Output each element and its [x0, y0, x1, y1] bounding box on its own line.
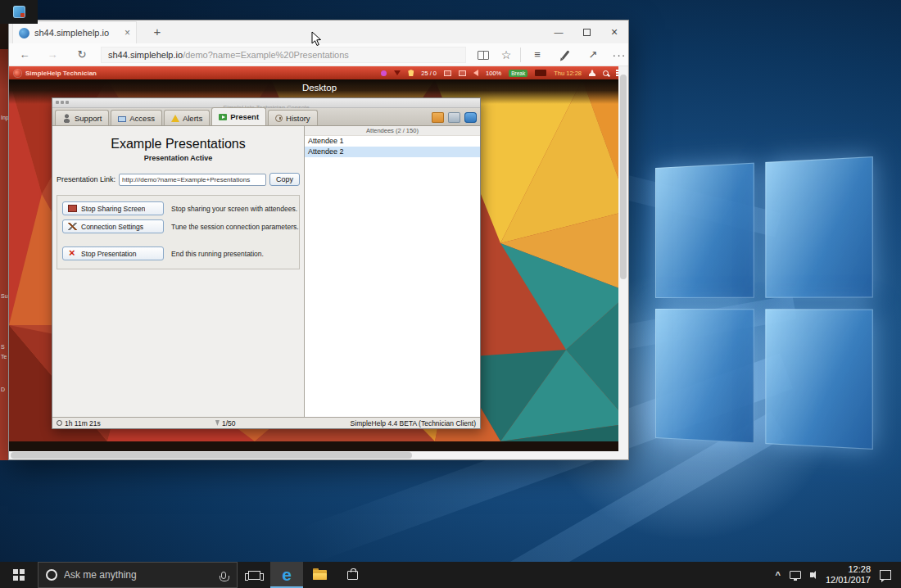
minimize-button[interactable]: — [545, 20, 573, 43]
attendee-row[interactable]: Attendee 2 [305, 147, 480, 157]
action-row: Stop Sharing Screen Stop sharing your sc… [62, 201, 294, 215]
audio-icon[interactable] [473, 70, 478, 76]
copy-button[interactable]: Copy [269, 173, 300, 186]
edge-icon [282, 566, 292, 584]
red-x-icon [68, 250, 77, 257]
windows-logo-pane [765, 309, 873, 450]
mouse-cursor [311, 31, 322, 47]
browser-tab[interactable]: sh44.simplehelp.io × [12, 21, 137, 43]
user-icon[interactable] [589, 70, 595, 76]
desktop-screen: Inp Su S Te D sh44.simplehelp.io × + — ×… [0, 0, 901, 588]
close-button[interactable]: × [600, 20, 628, 43]
maximize-button[interactable] [573, 20, 600, 43]
clipped-text-fragment: Te [1, 354, 7, 360]
download-icon[interactable] [394, 70, 401, 75]
monitor-icon[interactable] [444, 70, 451, 76]
stop-presentation-button[interactable]: Stop Presentation [62, 247, 164, 260]
cortana-icon [46, 569, 57, 581]
action-row: Stop Presentation End this running prese… [62, 247, 294, 260]
display-icon[interactable] [459, 70, 466, 76]
clipped-text-fragment: Inp [1, 115, 8, 120]
stop-sharing-button[interactable]: Stop Sharing Screen [62, 201, 164, 215]
hub-icon[interactable]: ≡ [527, 43, 548, 66]
url-field[interactable]: sh44.simplehelp.io/demo?name=Example%20P… [101, 47, 466, 63]
simplehelp-logo-icon [14, 70, 21, 77]
search-icon[interactable] [603, 70, 609, 76]
screen-share-icon [68, 205, 77, 212]
network-icon[interactable] [790, 571, 801, 579]
session-icon[interactable] [448, 112, 460, 123]
tab-label: History [286, 114, 310, 123]
browser-address-bar: ← → ↻ sh44.simplehelp.io/demo?name=Examp… [9, 43, 628, 66]
tab-access[interactable]: Access [111, 110, 162, 125]
tab-history[interactable]: History [268, 110, 318, 125]
taskbar-edge-button[interactable] [270, 562, 303, 588]
start-button[interactable] [0, 562, 38, 588]
taskbar: Ask me anything ^ 12:28 12/01/2017 [0, 562, 901, 588]
record-icon[interactable] [381, 70, 387, 76]
task-view-icon [248, 571, 260, 580]
tab-title: sh44.simplehelp.io [34, 28, 120, 38]
usage-counter-group: 1/50 [104, 419, 347, 427]
attendees-panel: Attendees (2 / 150) Attendee 1 Attendee … [305, 126, 480, 417]
notes-icon[interactable] [432, 112, 444, 123]
windows-logo-pane [765, 156, 873, 297]
console-title-bar[interactable]: SimpleHelp Technician Console [52, 98, 480, 108]
site-favicon [19, 28, 29, 38]
taskbar-store-button[interactable] [336, 562, 369, 588]
more-options-icon[interactable]: ··· [609, 43, 630, 66]
reading-view-icon[interactable] [473, 43, 494, 66]
history-clock-icon [275, 115, 283, 122]
browser-vscrollbar-thumb[interactable] [620, 75, 627, 279]
presentation-title: Example Presentations [52, 137, 304, 152]
link-input[interactable] [119, 174, 266, 186]
shield-icon[interactable] [408, 70, 414, 76]
cortana-search[interactable]: Ask me anything [38, 562, 238, 588]
tray-chevron-icon[interactable]: ^ [776, 570, 781, 580]
refresh-button[interactable]: ↻ [71, 43, 93, 66]
present-screen-icon [219, 114, 227, 120]
browser-vertical-scrollbar[interactable] [618, 66, 628, 451]
console-tab-bar: Support Access Alerts Present [52, 108, 480, 126]
simplehelp-toolbar-title: SimpleHelp Technician [25, 70, 97, 77]
back-button[interactable]: ← [14, 43, 35, 66]
volume-icon[interactable] [810, 572, 813, 577]
connection-settings-button[interactable]: Connection Settings [62, 219, 164, 233]
fps-counter: 25 / 0 [421, 70, 437, 77]
task-view-button[interactable] [238, 562, 270, 588]
action-label: Connection Settings [81, 223, 143, 231]
chat-icon[interactable] [464, 112, 477, 123]
monitor-label: Desktop [302, 83, 337, 93]
new-tab-button[interactable]: + [147, 20, 168, 43]
usage-counter: 1/50 [222, 419, 236, 427]
attendee-row[interactable]: Attendee 1 [305, 136, 480, 147]
action-center-icon[interactable] [880, 570, 891, 580]
tab-present[interactable]: Present [211, 107, 266, 125]
session-thumbnail-window[interactable] [0, 0, 38, 24]
microphone-icon[interactable] [221, 572, 226, 579]
action-label: Stop Presentation [81, 250, 137, 258]
link-label: Presentation Link: [57, 175, 115, 183]
background-window-strip: Inp Su S Te D [0, 0, 8, 460]
system-tray: ^ 12:28 12/01/2017 [776, 562, 901, 588]
web-note-icon[interactable] [555, 43, 576, 66]
browser-horizontal-scrollbar[interactable] [9, 451, 628, 459]
toolbar-separator [520, 47, 521, 62]
favorites-star-icon[interactable]: ☆ [496, 43, 517, 66]
tab-support[interactable]: Support [55, 110, 109, 125]
taskbar-explorer-button[interactable] [303, 562, 336, 588]
browser-scrollbar-thumb[interactable] [11, 452, 412, 459]
tab-alerts[interactable]: Alerts [164, 110, 210, 125]
taskbar-clock[interactable]: 12:28 12/01/2017 [826, 564, 871, 586]
tab-label: Present [230, 112, 259, 121]
toolbar-icons: 25 / 0 100% Break Thu 12:28 [381, 70, 623, 77]
maximize-icon [583, 29, 591, 36]
tab-close-icon[interactable]: × [125, 27, 130, 38]
zoom-level: 100% [486, 70, 501, 77]
forward-button[interactable]: → [42, 43, 63, 66]
session-duration-group: 1h 11m 21s [57, 419, 101, 427]
version-label: SimpleHelp 4.4 BETA (Technician Client) [351, 419, 476, 427]
session-thumbnail-icon [13, 6, 25, 18]
share-icon[interactable]: ↗ [582, 43, 604, 66]
window-controls: — × [545, 20, 628, 43]
